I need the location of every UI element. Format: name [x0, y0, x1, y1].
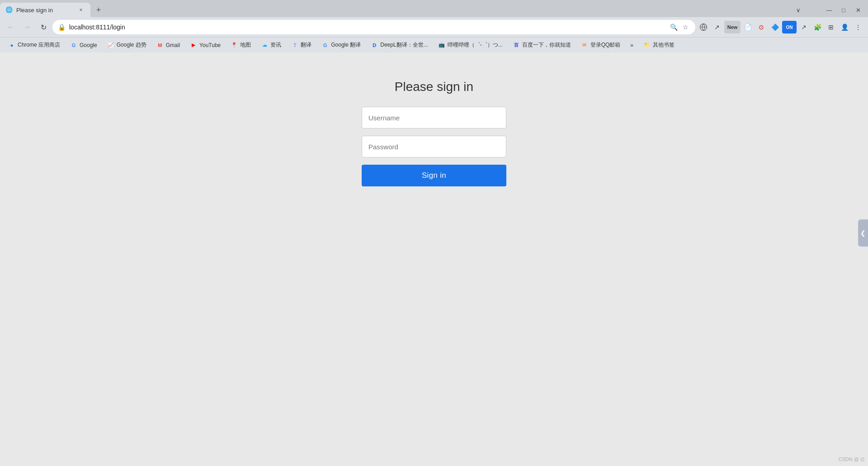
side-panel-toggle-icon: ❮ [860, 229, 866, 237]
qqmail-label: 登录QQ邮箱 [590, 41, 621, 49]
close-window-button[interactable]: ✕ [852, 4, 864, 16]
youtube-favicon: ▶ [190, 42, 197, 49]
bookmark-more[interactable]: » [626, 40, 638, 50]
lock-icon: 🔒 [58, 24, 66, 31]
fanyi-label: 翻译 [301, 41, 311, 49]
login-container: Please sign in Sign in [362, 80, 506, 186]
baidu-label: 百度一下，你就知道 [522, 41, 571, 49]
password-input[interactable] [362, 136, 506, 157]
bookmark-star-icon[interactable]: ☆ [681, 23, 690, 32]
bookmark-baidu[interactable]: 百 百度一下，你就知道 [508, 39, 576, 51]
bookmark-ziyun[interactable]: ☁ 资讯 [256, 39, 286, 51]
maps-label: 地图 [240, 41, 251, 49]
lens-icon[interactable]: 🔍 [669, 23, 678, 32]
browser-chrome: 🌐 Please sign in × + ∨ — □ ✕ ← → ↻ 🔒 loc… [0, 0, 868, 52]
ext-arrow-icon[interactable]: ↗ [711, 21, 723, 33]
bookmarks-bar: ● Chrome 应用商店 G Google 📈 Google 趋势 M Gma… [0, 37, 868, 52]
ext-new-badge[interactable]: New [724, 21, 741, 33]
ext-more-icon[interactable]: ⋮ [852, 21, 864, 33]
url-text: localhost:8111/login [69, 24, 665, 31]
more-label: » [630, 42, 633, 48]
csdn-watermark: CSDN @ ⊡ [839, 456, 864, 462]
bookmark-maps[interactable]: 📍 地图 [226, 39, 255, 51]
refresh-button[interactable]: ↻ [36, 20, 51, 34]
other-favicon: 📁 [643, 42, 651, 49]
ext-red-circle[interactable]: ⊙ [755, 21, 768, 33]
side-panel-toggle[interactable]: ❮ [858, 219, 868, 247]
bookmark-google-trends[interactable]: 📈 Google 趋势 [103, 39, 151, 51]
bookmark-chrome-store[interactable]: ● Chrome 应用商店 [4, 39, 65, 51]
ext-purple-icon[interactable]: 🔷 [769, 21, 781, 33]
bookmark-gmail[interactable]: M Gmail [152, 40, 184, 51]
google-favicon: G [70, 42, 77, 49]
deepl-label: DeepL翻译：全世... [380, 41, 428, 49]
address-bar[interactable]: 🔒 localhost:8111/login 🔍 ☆ [52, 20, 695, 34]
bookmark-google-translate[interactable]: G Google 翻译 [317, 39, 365, 51]
fanyi-favicon: T [291, 42, 298, 49]
bilibili-label: 哔哩哔哩（゜-゜）つ... [448, 41, 503, 49]
google-trends-label: Google 趋势 [117, 41, 146, 49]
ext-arrow2-icon[interactable]: ↗ [797, 21, 810, 33]
gmail-favicon: M [156, 42, 164, 49]
other-label: 其他书签 [653, 41, 675, 49]
new-tab-button[interactable]: + [92, 4, 105, 16]
ext-on-icon[interactable]: ON [782, 21, 797, 33]
extension-icons: ↗ New 📄 ⊙ 🔷 ON ↗ 🧩 ⊞ 👤 ⋮ [697, 21, 864, 33]
bookmark-google[interactable]: G Google [66, 40, 102, 51]
window-controls: ∨ — □ ✕ [792, 4, 868, 16]
qqmail-favicon: ✉ [581, 42, 588, 49]
signin-button[interactable]: Sign in [362, 165, 506, 186]
ziyun-label: 资讯 [270, 41, 281, 49]
bookmark-deepl[interactable]: D DeepL翻译：全世... [366, 39, 432, 51]
username-input[interactable] [362, 107, 506, 128]
forward-button[interactable]: → [20, 20, 34, 34]
tab-list-button[interactable]: ∨ [792, 4, 805, 16]
gmail-label: Gmail [166, 42, 180, 48]
ext-translate[interactable] [697, 21, 710, 33]
bookmark-fanyi[interactable]: T 翻译 [287, 39, 316, 51]
ziyun-favicon: ☁ [261, 42, 268, 49]
ext-profile-icon[interactable]: 👤 [838, 21, 851, 33]
navigation-bar: ← → ↻ 🔒 localhost:8111/login 🔍 ☆ ↗ New 📄… [0, 17, 868, 37]
deepl-favicon: D [371, 42, 378, 49]
bookmark-bilibili[interactable]: 📺 哔哩哔哩（゜-゜）つ... [434, 39, 507, 51]
google-trends-favicon: 📈 [107, 42, 114, 49]
youtube-label: YouTube [199, 42, 221, 48]
bookmark-youtube[interactable]: ▶ YouTube [185, 40, 225, 51]
active-tab[interactable]: 🌐 Please sign in × [0, 3, 90, 17]
ext-puzzle-icon[interactable]: 🧩 [811, 21, 824, 33]
google-translate-label: Google 翻译 [331, 41, 361, 49]
bookmark-qqmail[interactable]: ✉ 登录QQ邮箱 [576, 39, 625, 51]
chrome-store-label: Chrome 应用商店 [18, 41, 60, 49]
google-translate-favicon: G [321, 42, 329, 49]
tab-title: Please sign in [16, 7, 73, 14]
bilibili-favicon: 📺 [438, 42, 445, 49]
chrome-store-favicon: ● [8, 42, 15, 49]
back-button[interactable]: ← [4, 20, 18, 34]
maps-favicon: 📍 [231, 42, 238, 49]
address-bar-icons: 🔍 ☆ [669, 23, 690, 32]
minimize-button[interactable]: — [823, 4, 835, 16]
ext-split-icon[interactable]: ⊞ [825, 21, 837, 33]
google-label: Google [80, 42, 97, 48]
page-content: Please sign in Sign in [0, 52, 868, 466]
ext-pdf-icon[interactable]: 📄 [741, 21, 754, 33]
login-title: Please sign in [395, 80, 473, 94]
tab-bar: 🌐 Please sign in × + ∨ — □ ✕ [0, 0, 868, 17]
tab-close-button[interactable]: × [77, 6, 85, 14]
baidu-favicon: 百 [513, 42, 520, 49]
maximize-button[interactable]: □ [837, 4, 850, 16]
tab-favicon: 🌐 [5, 6, 13, 14]
bookmark-other[interactable]: 📁 其他书签 [639, 39, 679, 51]
